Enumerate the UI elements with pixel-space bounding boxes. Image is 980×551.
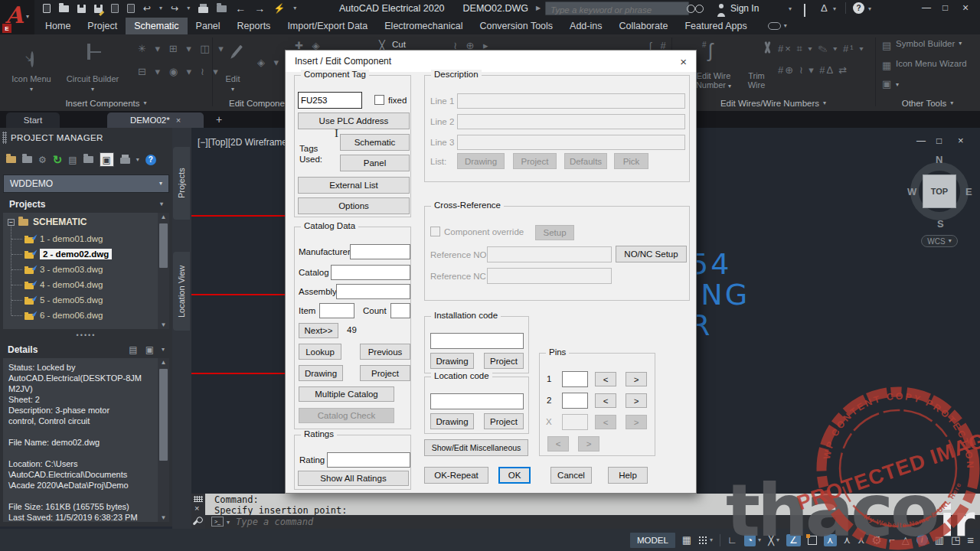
catalog-drawing-button[interactable]: Drawing [299,365,343,381]
doc-tab-close-icon[interactable]: × [176,116,181,125]
redo-caret-icon[interactable]: ▾ [187,5,190,11]
new-tab-button[interactable]: + [216,113,222,126]
tab-panel[interactable]: Panel [188,18,229,34]
customization-menu-icon[interactable]: ≡ [967,534,974,546]
snap-tracking-icon[interactable]: ⋏ [858,535,865,545]
dynamic-input-icon[interactable] [808,536,817,545]
viewport-close-icon[interactable]: × [958,135,964,145]
expander-icon[interactable]: − [8,219,15,226]
previous-button[interactable]: Previous [360,344,410,360]
import-icon[interactable] [127,4,135,13]
icon-menu-wizard-button[interactable]: Icon Menu Wizard [896,59,967,68]
snap-mode-icon[interactable]: ▾ [698,536,713,545]
help-caret-icon[interactable]: ▾ [868,6,871,12]
tree-item-demo02[interactable]: 2 - demo02.dwg [3,246,112,262]
external-list-button[interactable]: External List [298,177,410,194]
grid-display-icon[interactable]: ▦ [682,535,691,545]
polar-caret-icon[interactable]: ▾ [758,537,761,543]
nonc-setup-button[interactable]: NO/NC Setup [616,246,687,262]
pin2-left-button[interactable]: < [595,393,616,408]
lookup-button[interactable]: Lookup [299,344,341,360]
viewcube-north-label[interactable]: N [936,154,942,165]
pin1-right-button[interactable]: > [626,372,647,386]
side-tab-location-view[interactable]: Location View [173,252,190,331]
dialog-close-icon[interactable]: × [680,55,687,68]
minimize-button[interactable]: — [922,3,931,12]
lineweight-icon[interactable]: ⌐ [889,535,895,545]
cut-button[interactable]: Cut [392,40,406,49]
help-icon[interactable]: ? [853,2,864,14]
clean-screen-icon[interactable]: ◳ [951,535,960,545]
installation-drawing-button[interactable]: Drawing [430,353,474,369]
back-icon[interactable]: ← [235,3,246,14]
autodesk-app-icon[interactable]: Δ [821,3,828,13]
tab-project[interactable]: Project [79,18,126,34]
tab-home[interactable]: Home [37,18,79,34]
project-dropdown[interactable]: WDDEMO ▾ [3,174,169,193]
isometric-drafting-icon[interactable]: ╳▾ [768,535,779,545]
open-file-icon[interactable] [59,5,69,12]
polar-chip-icon[interactable]: ◔ [744,534,756,546]
plot-icon[interactable] [198,7,208,13]
show-edit-misc-button[interactable]: Show/Edit Miscellaneous [424,439,528,456]
item-input[interactable] [319,303,354,318]
pin2-input[interactable] [562,393,588,409]
catalog-project-button[interactable]: Project [360,365,410,381]
next-button[interactable]: Next>> [299,323,338,338]
tab-reports[interactable]: Reports [229,18,279,34]
other-tools-panel-label[interactable]: Other Tools▾ [875,96,980,109]
catalog-input[interactable] [331,265,410,280]
redo-icon[interactable]: ↪ [171,4,178,13]
insert-small-icons-row2[interactable]: ⊟ ▾ ◉ ▾ ≀ ▾ [138,67,221,77]
iso-caret-icon[interactable]: ▾ [776,537,779,543]
manufacturer-input[interactable] [350,244,410,259]
tab-featured-apps[interactable]: Featured Apps [676,18,755,34]
command-prompt-caret-icon[interactable]: ▾ [227,520,230,526]
tree-item-demo05[interactable]: 5 - demo05.dwg [3,292,103,308]
toolbar-caret-icon[interactable]: ▾ [136,157,139,163]
details-thumbnail-icon[interactable]: ▣ [145,345,154,354]
other-tools-extra-icon[interactable]: ▣ [882,79,894,89]
options-button[interactable]: Options [298,197,410,214]
use-plc-address-button[interactable]: Use PLC Address [298,112,410,129]
circuit-builder-button[interactable]: Circuit Builder▾ [61,74,124,93]
close-button[interactable]: × [962,2,969,13]
scroll-up-icon[interactable]: ▲ [161,214,167,220]
snap-caret-icon[interactable]: ▾ [710,537,713,543]
wire-segment[interactable] [191,373,285,374]
tree-scrollbar-thumb[interactable] [159,223,168,268]
palette-splitter[interactable]: ••••• [0,331,172,339]
refresh-icon[interactable]: ↻ [53,154,63,165]
viewcube-west-label[interactable]: W [907,186,916,197]
tab-conversion-tools[interactable]: Conversion Tools [471,18,561,34]
pin1-input[interactable] [562,371,588,387]
command-close-icon[interactable]: × [194,504,199,513]
wires-small-icons-row2[interactable]: #⊕ ≀ ▾ #Δ ⇄ [778,65,848,75]
count-input[interactable] [390,303,410,318]
project-task-icon[interactable]: ▤ [68,155,77,165]
installation-project-button[interactable]: Project [484,353,524,369]
viewcube-top-face[interactable]: TOP [923,174,956,208]
qat-more-caret-icon[interactable]: ▾ [293,5,296,11]
tab-import-export[interactable]: Import/Export Data [279,18,376,34]
tab-add-ins[interactable]: Add-ins [561,18,610,34]
command-grip[interactable] [194,496,203,502]
pin1-left-button[interactable]: < [595,372,616,386]
export-icon[interactable] [111,4,119,13]
store-cart-icon[interactable] [804,4,805,18]
etransmit-icon[interactable]: ⚡ [273,4,285,13]
plot-project-icon[interactable] [120,158,130,164]
dialog-title-bar[interactable]: Insert / Edit Component × [286,51,696,72]
projects-section-header[interactable]: Projects ▾ [3,196,169,213]
command-input[interactable] [236,516,619,527]
cloud-caret-icon[interactable]: ▾ [784,23,787,29]
trim-wire-button[interactable]: Trim Wire [741,71,772,90]
customization-gear-icon[interactable]: ⚙ [872,534,882,546]
tree-item-demo06[interactable]: 6 - demo06.dwg [3,308,103,323]
tags-schematic-button[interactable]: Schematic [340,134,410,151]
connect-cloud-icon[interactable] [768,22,781,30]
wires-small-icons-row1[interactable]: #× ⌗ ▾ ✎ ▾ #¹ ▾ [778,44,865,54]
edit-small-icons[interactable]: ◈ ▾ [257,57,282,67]
installation-code-input[interactable] [430,333,524,349]
location-code-input[interactable] [430,393,524,409]
